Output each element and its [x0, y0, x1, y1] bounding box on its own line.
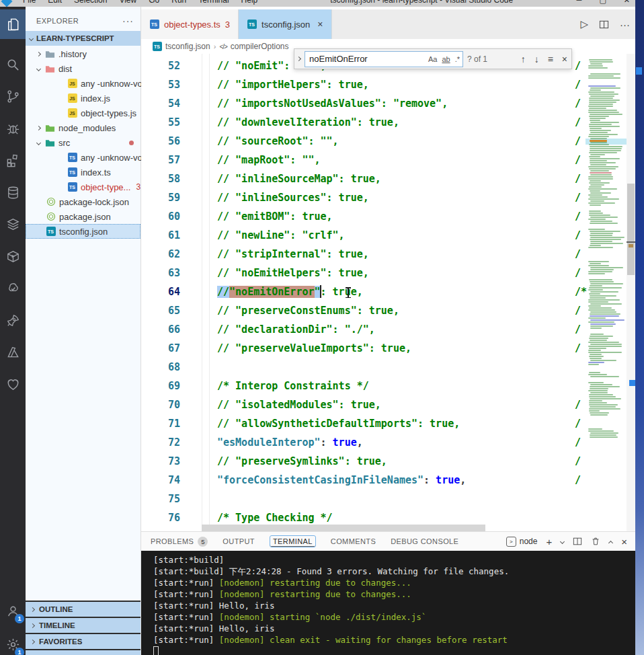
- more-actions-icon[interactable]: ···: [620, 19, 630, 30]
- minimap-line: [588, 75, 614, 77]
- menu-help[interactable]: Help: [241, 0, 258, 5]
- minimap-line: [589, 116, 609, 117]
- terminal-dropdown-icon[interactable]: [560, 539, 565, 543]
- tree-item-tsconfig-json[interactable]: TStsconfig.json: [26, 224, 140, 239]
- menu-selection[interactable]: Selection: [74, 0, 107, 5]
- minimap-line: [590, 235, 612, 236]
- regex-icon[interactable]: .*: [455, 55, 460, 63]
- minimap-line: [589, 279, 612, 280]
- code-line-57: 57// "mapRoot": "",/: [141, 151, 627, 169]
- tab-object-types-ts[interactable]: TSobject-types.ts3: [141, 9, 239, 39]
- tree-item-index-js[interactable]: JSindex.js: [26, 91, 140, 106]
- terminal-line: [start:*run] [nodemon] restarting due to…: [153, 578, 411, 588]
- tree-item--history[interactable]: .history: [26, 46, 140, 61]
- tree-item-index-ts[interactable]: TSindex.ts: [26, 165, 140, 180]
- window-controls[interactable]: ─▢✕: [577, 0, 630, 5]
- section-local-history[interactable]: LOCAL HISTORY: [26, 650, 140, 655]
- settings-icon[interactable]: 1: [0, 629, 26, 655]
- panel-tab-problems[interactable]: PROBLEMS5: [151, 537, 208, 547]
- section-outline[interactable]: OUTLINE: [26, 602, 140, 617]
- run-and-debug-icon[interactable]: [0, 114, 26, 143]
- horizontal-scrollbar[interactable]: [202, 525, 485, 531]
- panel-tab-terminal[interactable]: TERMINAL: [270, 535, 316, 547]
- match-case-icon[interactable]: Aa: [428, 55, 437, 63]
- minimap-line: [590, 315, 619, 317]
- maximize-panel-icon[interactable]: [608, 540, 613, 545]
- minimap-line: [590, 328, 602, 329]
- ts-file-icon: TS: [68, 182, 77, 192]
- find-query[interactable]: noEmitOnError: [309, 54, 428, 64]
- minimap-line: [589, 213, 603, 214]
- breadcrumb-file[interactable]: tsconfig.json: [165, 42, 210, 51]
- section-favorites[interactable]: FAVORITES: [26, 634, 140, 649]
- database-icon[interactable]: [0, 178, 26, 207]
- scrollbar-thumb[interactable]: [627, 184, 635, 275]
- menu-go[interactable]: Go: [149, 0, 159, 5]
- minimap-line: [589, 93, 618, 95]
- tsconfig-file-icon: TS: [247, 20, 257, 29]
- breadcrumb-symbol[interactable]: compilerOptions: [231, 42, 289, 51]
- tree-item-any-unknow-vo-[interactable]: TSany -unknow-vo...: [26, 150, 140, 165]
- close-tab-icon[interactable]: ×: [317, 19, 323, 30]
- whole-word-icon[interactable]: ab: [442, 55, 450, 63]
- menu-bar[interactable]: FileEditSelectionViewGoRunTerminalHelp: [23, 0, 257, 5]
- extensions-icon[interactable]: [0, 146, 26, 176]
- tree-item-any-unknow-vo-[interactable]: JSany -unknow-vo...: [26, 76, 140, 91]
- menu-file[interactable]: File: [23, 0, 36, 5]
- layers-icon[interactable]: [0, 210, 26, 239]
- code-editor[interactable]: 76/* Type Checking */7574"forceConsisten…: [141, 54, 627, 531]
- search-icon[interactable]: [0, 50, 26, 79]
- minimap-line: [589, 156, 600, 157]
- container-icon[interactable]: [0, 241, 26, 271]
- minimap-line: [588, 289, 603, 291]
- kill-terminal-icon[interactable]: [591, 537, 600, 546]
- split-editor-icon[interactable]: [599, 20, 609, 30]
- favorites-heart-icon[interactable]: [0, 369, 26, 399]
- overview-find-mark: [629, 244, 633, 247]
- new-terminal-icon[interactable]: +: [546, 536, 552, 547]
- close-panel-icon[interactable]: ×: [621, 536, 627, 547]
- tree-item-object-types-js[interactable]: JSobject-types.js: [26, 106, 140, 120]
- azure-icon[interactable]: [0, 338, 26, 367]
- terminal-profile[interactable]: > node: [506, 537, 538, 547]
- source-control-icon[interactable]: [0, 82, 26, 112]
- menu-edit[interactable]: Edit: [48, 0, 62, 5]
- tree-item-object-type-[interactable]: TSobject-type...3: [26, 180, 140, 194]
- menu-view[interactable]: View: [119, 0, 136, 5]
- code-line-63: 63// "noEmitHelpers": true,/: [141, 264, 627, 282]
- split-terminal-icon[interactable]: [573, 537, 582, 546]
- terminal-cursor: [153, 646, 159, 655]
- vertical-scrollbar[interactable]: [627, 54, 635, 531]
- project-root-row[interactable]: LEARN-TYPESCRIPT: [26, 31, 140, 46]
- tree-item-node-modules[interactable]: node_modules: [26, 120, 140, 135]
- find-input[interactable]: noEmitOnError Aa ab .*: [305, 51, 463, 67]
- minimap-line: [589, 108, 606, 109]
- more-actions-icon[interactable]: ···: [122, 15, 134, 26]
- tree-item-dist[interactable]: dist: [26, 61, 140, 76]
- menu-terminal[interactable]: Terminal: [198, 0, 229, 5]
- tree-item-src[interactable]: src: [26, 135, 140, 150]
- minimap-line: [590, 243, 623, 244]
- line-number: 59: [141, 188, 180, 207]
- minimap[interactable]: [586, 54, 627, 484]
- tree-item-package-lock-json[interactable]: package-lock.json: [26, 194, 140, 209]
- test-explorer-icon[interactable]: [0, 274, 26, 303]
- run-button[interactable]: ▷: [580, 18, 588, 30]
- rocket-icon[interactable]: [0, 305, 26, 335]
- section-timeline[interactable]: TIMELINE: [26, 618, 140, 633]
- terminal-output[interactable]: [start:*build][start:*build] 下午2:24:28 -…: [141, 551, 635, 655]
- menu-run[interactable]: Run: [171, 0, 186, 5]
- panel-tab-output[interactable]: OUTPUT: [223, 537, 255, 545]
- panel-tab-comments[interactable]: COMMENTS: [331, 537, 376, 545]
- find-next-icon[interactable]: ↓: [534, 54, 539, 65]
- accounts-icon[interactable]: 1: [0, 596, 26, 625]
- toggle-replace-icon[interactable]: [296, 56, 301, 61]
- find-in-selection-icon[interactable]: ≡: [548, 54, 553, 65]
- tab-tsconfig-json[interactable]: TStsconfig.json×: [239, 9, 331, 39]
- panel-tab-debug-console[interactable]: DEBUG CONSOLE: [391, 537, 458, 545]
- find-previous-icon[interactable]: ↑: [521, 54, 526, 65]
- tree-item-package-json[interactable]: package.json: [26, 209, 140, 224]
- close-find-icon[interactable]: ×: [562, 54, 567, 65]
- explorer-icon[interactable]: [0, 9, 26, 39]
- minimap-line: [590, 192, 611, 194]
